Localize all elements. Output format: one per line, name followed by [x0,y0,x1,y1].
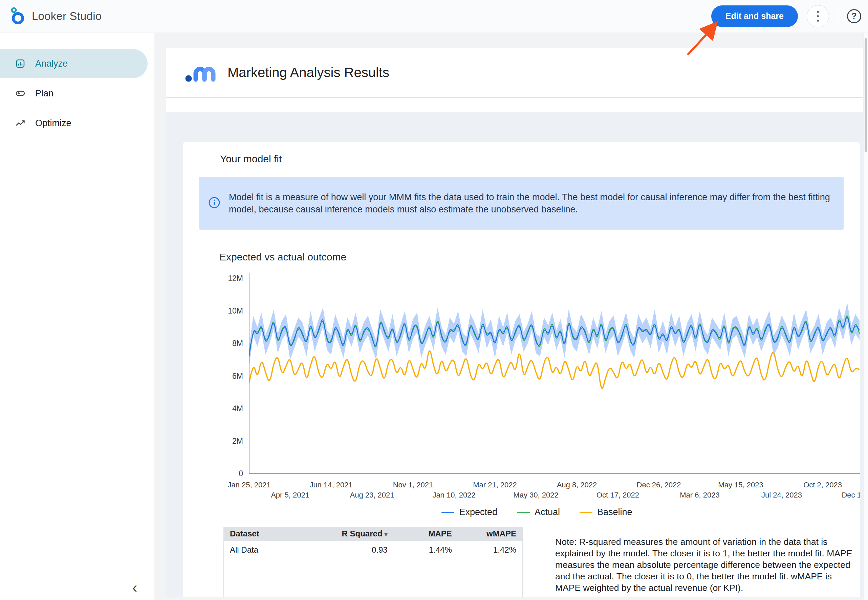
sidebar-item-optimize[interactable]: Optimize [0,109,147,138]
actual-swatch [517,512,530,513]
svg-text:Nov 1, 2021: Nov 1, 2021 [393,480,433,489]
column-header-r-squared[interactable]: R Squared▾ [319,527,394,541]
sidebar-item-label: Optimize [35,118,71,129]
report-header: Marketing Analysis Results [166,48,863,98]
help-icon: ? [851,11,856,21]
report-page: Marketing Analysis Results Your model fi… [166,48,863,597]
model-fit-card: Your model fit Model fit is a measure of… [183,142,860,597]
sidebar-item-plan[interactable]: Plan [0,79,147,108]
sidebar: Analyze Plan Optimize ‹ [0,33,154,600]
collapse-sidebar-button[interactable]: ‹ [126,578,144,596]
sidebar-item-label: Plan [35,88,53,99]
gmp-logo [185,61,218,84]
svg-text:8M: 8M [232,339,243,348]
page-title: Marketing Analysis Results [228,65,389,80]
svg-text:Apr 5, 2021: Apr 5, 2021 [271,491,309,499]
svg-text:0: 0 [239,469,243,478]
column-header-wmape[interactable]: wMAPE [458,527,522,541]
legend-label: Baseline [597,507,632,517]
svg-text:Oct 17, 2022: Oct 17, 2022 [596,491,639,499]
svg-text:12M: 12M [228,274,243,283]
home-link[interactable]: Looker Studio [9,6,102,27]
legend-item-expected: Expected [441,507,497,517]
svg-text:Dec 11, 2023: Dec 11, 2023 [842,491,860,499]
info-banner: Model fit is a measure of how well your … [199,177,844,230]
legend-item-actual: Actual [517,507,560,517]
column-header-dataset[interactable]: Dataset [224,527,319,541]
report-viewport: Marketing Analysis Results Your model fi… [154,33,863,600]
svg-text:Mar 6, 2023: Mar 6, 2023 [680,491,719,499]
model-fit-note: Note: R-squared measures the amount of v… [555,536,853,594]
svg-text:Jan 25, 2021: Jan 25, 2021 [228,480,271,489]
cell-mape: 1.44% [394,541,458,559]
sidebar-item-analyze[interactable]: Analyze [0,49,147,78]
info-banner-text: Model fit is a measure of how well your … [229,191,835,215]
info-icon [208,196,221,211]
svg-text:Oct 2, 2023: Oct 2, 2023 [803,480,842,489]
legend-label: Actual [535,507,560,517]
svg-text:Aug 8, 2022: Aug 8, 2022 [557,480,597,489]
x-axis-labels: Jan 25, 2021Apr 5, 2021Jun 14, 2021Aug 2… [228,480,860,499]
svg-text:Mar 21, 2022: Mar 21, 2022 [473,480,517,489]
edit-and-share-button[interactable]: Edit and share [711,5,798,27]
svg-text:4M: 4M [232,404,243,413]
topbar: Looker Studio Edit and share ? [0,0,868,32]
trending-up-icon [15,118,26,129]
cell-r-squared: 0.93 [319,541,394,559]
card-heading: Your model fit [220,153,860,165]
expected-swatch [441,512,454,513]
svg-text:Jan 10, 2022: Jan 10, 2022 [432,491,475,499]
table-header-row: Dataset R Squared▾ MAPE wMAPE [224,527,522,541]
column-header-label: R Squared [342,529,383,538]
cell-dataset: All Data [224,541,319,559]
sort-desc-icon: ▾ [385,531,388,538]
svg-text:May 15, 2023: May 15, 2023 [718,480,763,489]
column-header-mape[interactable]: MAPE [394,527,458,541]
outcome-chart: 02M4M6M8M10M12MJan 25, 2021Apr 5, 2021Ju… [183,269,860,506]
y-axis-labels: 02M4M6M8M10M12M [228,274,243,478]
sidebar-item-label: Analyze [35,59,68,69]
app-title: Looker Studio [32,10,102,23]
toggle-icon [15,88,26,99]
topbar-divider [838,7,838,25]
chart-legend: Expected Actual Baseline [249,507,825,517]
legend-item-baseline: Baseline [579,507,632,517]
vertical-scrollbar[interactable] [863,33,868,600]
help-button[interactable]: ? [847,9,861,23]
scrollbar-thumb[interactable] [865,38,867,152]
cell-wmape: 1.42% [458,541,522,559]
card-bottom-row: Dataset R Squared▾ MAPE wMAPE All Data 0… [223,527,860,597]
baseline-swatch [579,512,593,513]
looker-studio-logo [9,6,24,27]
svg-text:6M: 6M [232,372,243,380]
kebab-menu-button[interactable] [807,5,829,27]
svg-text:10M: 10M [228,306,243,315]
topbar-actions: Edit and share ? [711,5,861,27]
table-row: All Data 0.93 1.44% 1.42% [224,541,522,559]
chevron-left-icon: ‹ [132,579,137,595]
legend-label: Expected [459,507,497,517]
svg-text:Aug 23, 2021: Aug 23, 2021 [350,491,394,499]
svg-text:2M: 2M [232,436,243,445]
analytics-icon [15,58,26,69]
svg-text:May 30, 2022: May 30, 2022 [513,491,558,499]
svg-text:Dec 26, 2022: Dec 26, 2022 [637,480,681,489]
confidence-band [249,303,860,366]
svg-text:Jul 24, 2023: Jul 24, 2023 [762,491,802,499]
chart-axes [249,273,860,474]
chart-heading: Expected vs actual outcome [219,251,860,263]
svg-text:Jun 14, 2021: Jun 14, 2021 [309,480,353,489]
model-fit-table: Dataset R Squared▾ MAPE wMAPE All Data 0… [223,527,523,597]
report-canvas: Your model fit Model fit is a measure of… [166,112,863,597]
kebab-icon [817,11,819,13]
